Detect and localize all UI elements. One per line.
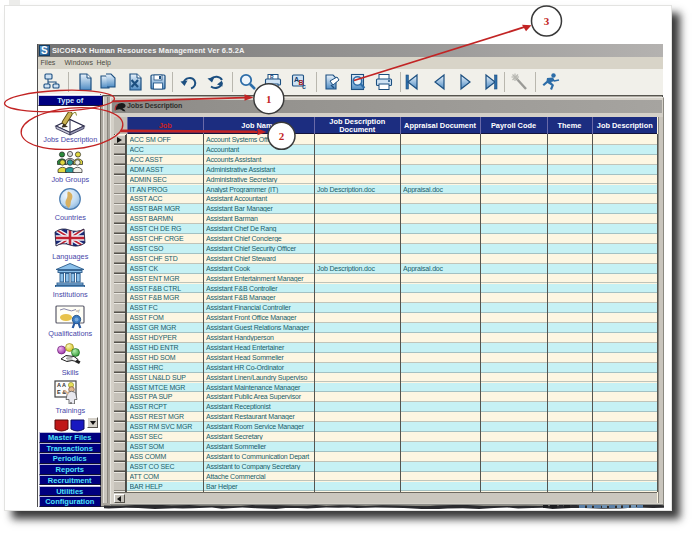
svg-text:2: 2 xyxy=(279,130,285,142)
svg-text:3: 3 xyxy=(544,15,550,27)
svg-text:1: 1 xyxy=(266,93,272,105)
